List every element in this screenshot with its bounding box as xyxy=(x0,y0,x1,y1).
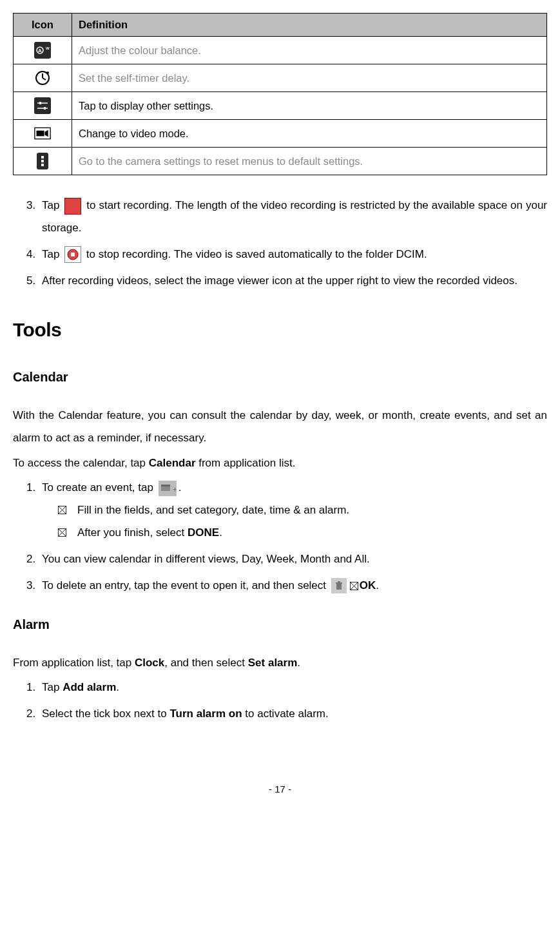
svg-rect-11 xyxy=(41,156,44,159)
sub-list-item: After you finish, select DONE. xyxy=(77,522,547,544)
svg-rect-15 xyxy=(71,253,75,256)
list-item: Tap Add alarm. xyxy=(39,677,547,699)
svg-text:A: A xyxy=(38,48,42,53)
record-start-icon xyxy=(64,198,81,215)
svg-rect-8 xyxy=(44,107,46,110)
table-cell-definition: Adjust the colour balance. xyxy=(72,37,547,64)
calendar-access-text: To access the calendar, tap Calendar fro… xyxy=(13,452,547,475)
heading-alarm: Alarm xyxy=(13,611,547,638)
table-row: Change to video mode. xyxy=(14,120,547,148)
table-header-definition: Definition xyxy=(72,14,547,37)
table-row: Tap to display other settings. xyxy=(14,92,547,120)
record-stop-icon xyxy=(64,246,81,263)
table-cell-definition: Go to the camera settings to reset menus… xyxy=(72,148,547,175)
svg-point-4 xyxy=(46,72,49,74)
list-item: To delete an entry, tap the event to ope… xyxy=(39,575,547,597)
svg-rect-13 xyxy=(41,164,44,166)
settings-sliders-icon xyxy=(34,97,51,114)
heading-calendar: Calendar xyxy=(13,364,547,390)
svg-text:W: W xyxy=(46,46,50,50)
table-row: AW Adjust the colour balance. xyxy=(14,37,547,64)
svg-text:+: + xyxy=(173,485,176,494)
sub-list-item: Fill in the fields, and set category, da… xyxy=(77,499,547,522)
svg-rect-21 xyxy=(338,581,340,582)
table-header-icon: Icon xyxy=(14,14,72,37)
delete-trash-icon xyxy=(331,578,347,593)
svg-rect-12 xyxy=(41,160,44,162)
svg-rect-10 xyxy=(36,131,44,137)
svg-rect-17 xyxy=(161,485,170,486)
svg-rect-20 xyxy=(336,582,342,584)
list-item: After recording videos, select the image… xyxy=(39,270,547,293)
list-item: Select the tick box next to Turn alarm o… xyxy=(39,703,547,726)
add-event-icon: + xyxy=(159,481,177,496)
table-cell-definition: Set the self-timer delay. xyxy=(72,64,547,92)
icon-definition-table: Icon Definition AW Adjust the colour bal… xyxy=(13,13,547,175)
table-cell-definition: Tap to display other settings. xyxy=(72,92,547,120)
table-cell-definition: Change to video mode. xyxy=(72,120,547,148)
alarm-intro-text: From application list, tap Clock, and th… xyxy=(13,652,547,675)
calendar-intro-text: With the Calendar feature, you can consu… xyxy=(13,405,547,450)
table-row: Set the self-timer delay. xyxy=(14,64,547,92)
white-balance-icon: AW xyxy=(34,42,51,59)
list-item: You can view calendar in different views… xyxy=(39,548,547,571)
table-row: Go to the camera settings to reset menus… xyxy=(14,148,547,175)
heading-tools: Tools xyxy=(13,310,547,350)
svg-rect-19 xyxy=(336,584,342,590)
self-timer-icon xyxy=(34,70,51,86)
list-item: To create an event, tap + . Fill in the … xyxy=(39,477,547,544)
page-footer: - 17 - xyxy=(13,784,547,794)
more-menu-icon xyxy=(37,153,48,169)
list-item: Tap to stop recording. The video is save… xyxy=(39,244,547,266)
checkbox-icon xyxy=(350,582,358,590)
body-content: Tap to start recording. The length of th… xyxy=(13,195,547,726)
list-item: Tap to start recording. The length of th… xyxy=(39,195,547,240)
video-mode-icon xyxy=(34,125,51,142)
svg-rect-6 xyxy=(39,102,41,104)
